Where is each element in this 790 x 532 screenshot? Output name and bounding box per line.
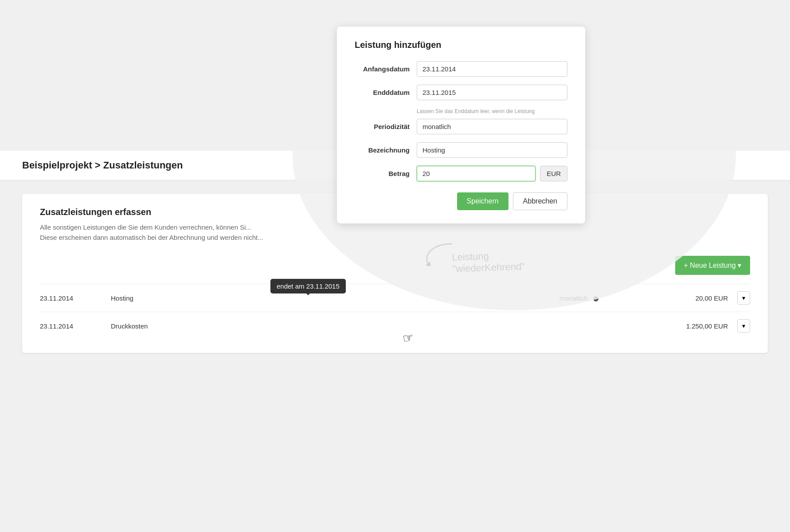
betrag-label: Betrag xyxy=(355,170,417,177)
save-button[interactable]: Speichern xyxy=(457,192,508,210)
bezeichnung-row: Bezeichnung xyxy=(355,142,567,158)
currency-badge: EUR xyxy=(540,166,567,181)
modal-title: Leistung hinzufügen xyxy=(355,40,567,50)
betrag-input[interactable] xyxy=(417,166,536,181)
betrag-row: Betrag EUR xyxy=(355,166,567,181)
cancel-button[interactable]: Abbrechen xyxy=(513,192,567,210)
breadcrumb: Beispielprojekt > Zusatzleistungen xyxy=(22,160,183,171)
row2-amount: 1.250,00 EUR xyxy=(639,322,728,330)
neue-leistung-button[interactable]: + Neue Leistung ▾ xyxy=(675,256,750,275)
enddatum-hint: Lassen Sie das Enddatum leer, wenn die L… xyxy=(417,108,567,114)
periodizitaet-row: Periodizität xyxy=(355,119,567,134)
enddatum-label: Endddatum xyxy=(355,89,417,96)
row1-action: ▾ xyxy=(728,291,750,305)
row1-dropdown-button[interactable]: ▾ xyxy=(737,291,750,305)
periodizitaet-label: Periodizität xyxy=(355,123,417,130)
enddatum-row: Endddatum xyxy=(355,85,567,100)
enddatum-input[interactable] xyxy=(417,85,567,100)
row1-date: 23.11.2014 xyxy=(40,294,111,302)
modal-actions: Speichern Abbrechen xyxy=(355,192,567,210)
anfangsdatum-label: Anfangsdatum xyxy=(355,65,417,73)
row2-action: ▾ xyxy=(728,319,750,332)
anfangsdatum-row: Anfangsdatum xyxy=(355,61,567,77)
row2-dropdown-button[interactable]: ▾ xyxy=(737,319,750,332)
anfangsdatum-input[interactable] xyxy=(417,61,567,77)
row2-name: Druckkosten xyxy=(111,322,559,330)
tooltip: endet am 23.11.2015 xyxy=(270,279,346,293)
row2-date: 23.11.2014 xyxy=(40,322,111,330)
modal-dialog: Leistung hinzufügen Anfangsdatum Endddat… xyxy=(337,27,585,223)
row1-amount: 20,00 EUR xyxy=(639,294,728,302)
amount-row: EUR xyxy=(417,166,567,181)
periodizitaet-input[interactable] xyxy=(417,119,567,134)
table-row: 23.11.2014 Druckkosten 1.250,00 EUR ▾ xyxy=(40,312,750,340)
bezeichnung-label: Bezeichnung xyxy=(355,146,417,154)
bezeichnung-input[interactable] xyxy=(417,142,567,158)
table-row: 23.11.2014 Hosting monatlich 20,00 EUR ▾… xyxy=(40,284,750,312)
